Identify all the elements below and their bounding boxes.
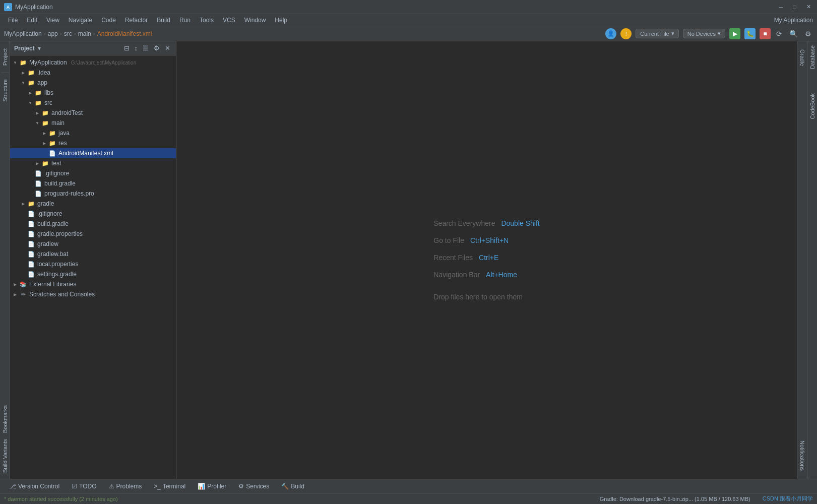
breadcrumb-src[interactable]: src: [64, 30, 72, 37]
arrow-androidtest: [34, 110, 40, 116]
tree-item-manifest[interactable]: 📄 AndroidManifest.xml: [10, 148, 176, 158]
nav-bar-right: 👤 ! Current File ▾ No Devices ▾ ▶ 🐛 ■ ⟳ …: [605, 28, 813, 39]
breadcrumb-main[interactable]: main: [78, 30, 91, 37]
sync-button[interactable]: ⟳: [775, 28, 784, 39]
label-manifest: AndroidManifest.xml: [58, 150, 113, 157]
menu-code[interactable]: Code: [97, 16, 120, 25]
services-tab[interactable]: ⚙ Services: [233, 481, 274, 491]
tree-item-libs[interactable]: 📁 libs: [10, 88, 176, 98]
minimize-button[interactable]: ─: [777, 3, 785, 11]
maximize-button[interactable]: □: [791, 3, 798, 11]
filter-btn[interactable]: ☰: [141, 44, 150, 52]
tree-item-gradlew[interactable]: 📄 gradlew: [10, 239, 176, 249]
user-avatar[interactable]: 👤: [605, 28, 616, 39]
tree-item-settingsgradle[interactable]: 📄 settings.gradle: [10, 269, 176, 279]
tree-item-gradleprops[interactable]: 📄 gradle.properties: [10, 229, 176, 239]
menu-navigate[interactable]: Navigate: [65, 16, 96, 25]
terminal-tab[interactable]: >_ Terminal: [149, 481, 191, 491]
label-main: main: [51, 119, 65, 127]
menu-view[interactable]: View: [42, 16, 64, 25]
notification-icon[interactable]: !: [620, 28, 632, 39]
stop-button[interactable]: ■: [760, 28, 771, 39]
devices-dropdown[interactable]: No Devices ▾: [683, 29, 725, 38]
settings-button[interactable]: ⚙: [803, 28, 813, 39]
arrow-gradle: [20, 201, 26, 207]
arrow-idea: [20, 70, 26, 76]
debug-button[interactable]: 🐛: [744, 28, 756, 39]
label-res: res: [58, 140, 67, 147]
drop-hint: Drop files here to open them: [433, 293, 523, 301]
menu-help[interactable]: Help: [271, 16, 291, 25]
project-tab-button[interactable]: Project: [1, 45, 9, 69]
hint-navbar-label: Navigation Bar: [433, 271, 480, 279]
tree-item-proguard[interactable]: 📄 proguard-rules.pro: [10, 188, 176, 199]
sidebar: Project ▾ ⊟ ↕ ☰ ⚙ ✕ 📁 MyApplication G:\J…: [10, 41, 176, 479]
close-button[interactable]: ✕: [804, 3, 813, 11]
tree-item-idea[interactable]: 📁 .idea: [10, 68, 176, 78]
tree-item-gitignore-app[interactable]: 📄 .gitignore: [10, 168, 176, 178]
build-tab[interactable]: 🔨 Build: [276, 481, 309, 491]
window-controls: ─ □ ✕: [777, 3, 813, 11]
tree-item-java[interactable]: 📁 java: [10, 128, 176, 138]
breadcrumb-app[interactable]: app: [48, 30, 58, 37]
current-file-dropdown[interactable]: Current File ▾: [636, 29, 678, 38]
tree-item-buildgradle-root[interactable]: 📄 build.gradle: [10, 219, 176, 229]
run-button[interactable]: ▶: [729, 28, 740, 39]
arrow-libs: [27, 90, 33, 96]
tree-item-scratches[interactable]: ✏ Scratches and Consoles: [10, 289, 176, 299]
todo-tab[interactable]: ☑ TODO: [67, 481, 101, 491]
tree-item-extlibs[interactable]: 📚 External Libraries: [10, 279, 176, 289]
tree-item-myapp[interactable]: 📁 MyApplication G:\Javaproject\MyApplica…: [10, 57, 176, 68]
menu-run[interactable]: Run: [175, 16, 195, 25]
panel-dropdown-btn[interactable]: ▾: [38, 45, 41, 52]
label-settingsgradle: settings.gradle: [37, 271, 77, 278]
menu-refactor[interactable]: Refactor: [121, 16, 152, 25]
settings-panel-btn[interactable]: ⚙: [152, 44, 161, 52]
menu-edit[interactable]: Edit: [23, 16, 41, 25]
tree-item-src[interactable]: 📁 src: [10, 98, 176, 108]
tree-item-main[interactable]: 📁 main: [10, 118, 176, 128]
tree-item-androidtest[interactable]: 📁 androidTest: [10, 108, 176, 118]
gradle-panel-tab[interactable]: Gradle: [798, 45, 806, 70]
tree-item-gradlewbat[interactable]: 📄 gradlew.bat: [10, 249, 176, 259]
icon-gitignore-root: 📄: [27, 210, 35, 218]
tree-item-res[interactable]: 📁 res: [10, 138, 176, 148]
icon-gradleprops: 📄: [27, 230, 35, 238]
icon-gradle: 📁: [27, 200, 35, 208]
codebook-tab[interactable]: CodeBook: [809, 93, 815, 119]
close-panel-btn[interactable]: ✕: [163, 44, 172, 52]
notifications-panel-tab[interactable]: Notifications: [798, 436, 806, 475]
tree-item-gitignore-root[interactable]: 📄 .gitignore: [10, 209, 176, 219]
icon-app: 📁: [27, 79, 35, 87]
tree-item-localprops[interactable]: 📄 local.properties: [10, 259, 176, 269]
hint-search-shortcut: Double Shift: [501, 219, 539, 227]
tree-item-buildgradle-app[interactable]: 📄 build.gradle: [10, 178, 176, 188]
menu-window[interactable]: Window: [240, 16, 270, 25]
far-right-strip: Database CodeBook: [807, 41, 817, 479]
app-title-center: My Application: [774, 17, 813, 24]
collapse-all-btn[interactable]: ⊟: [122, 44, 131, 52]
menu-vcs[interactable]: VCS: [219, 16, 239, 25]
vcs-tab[interactable]: ⎇ Version Control: [4, 481, 65, 491]
menu-build[interactable]: Build: [153, 16, 174, 25]
structure-tab-button[interactable]: Structure: [2, 77, 8, 104]
search-everywhere-button[interactable]: 🔍: [788, 28, 799, 39]
build-variants-tab-button[interactable]: Build Variants: [2, 437, 8, 475]
label-test: test: [51, 160, 61, 167]
database-tab[interactable]: Database: [809, 45, 815, 69]
tree-item-test[interactable]: 📁 test: [10, 158, 176, 168]
label-gradlew: gradlew: [37, 240, 58, 247]
icon-myapp: 📁: [19, 58, 27, 67]
breadcrumb: MyApplication › app › src › main › Andro…: [4, 30, 152, 37]
menu-tools[interactable]: Tools: [196, 16, 218, 25]
icon-localprops: 📄: [27, 260, 35, 268]
problems-tab[interactable]: ⚠ Problems: [104, 481, 147, 491]
breadcrumb-manifest[interactable]: AndroidManifest.xml: [97, 30, 152, 37]
breadcrumb-myapp[interactable]: MyApplication: [4, 30, 42, 37]
bookmarks-tab-button[interactable]: Bookmarks: [2, 403, 8, 435]
profiler-tab[interactable]: 📊 Profiler: [193, 481, 231, 491]
tree-item-gradle[interactable]: 📁 gradle: [10, 199, 176, 209]
tree-item-app[interactable]: 📁 app: [10, 78, 176, 88]
menu-file[interactable]: File: [4, 16, 22, 25]
sort-btn[interactable]: ↕: [133, 44, 140, 52]
